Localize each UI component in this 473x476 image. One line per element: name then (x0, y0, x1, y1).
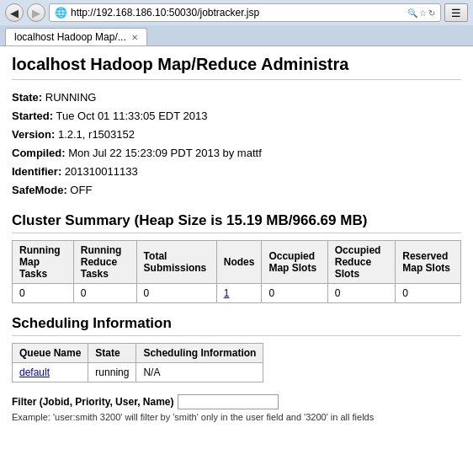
cluster-data-row: 0 0 0 1 0 0 0 (13, 283, 461, 302)
tab-bar: localhost Hadoop Map/... ✕ (0, 25, 473, 45)
safemode-value: OFF (70, 184, 92, 196)
col-occupied-reduce: Occupied Reduce Slots (327, 240, 395, 283)
cell-state: running (88, 362, 136, 382)
started-value: Tue Oct 01 11:33:05 EDT 2013 (56, 110, 208, 122)
col-state: State (88, 343, 136, 362)
page-content: localhost Hadoop Map/Reduce Administra S… (0, 46, 473, 434)
back-icon: ◀ (10, 7, 19, 19)
cell-nodes: 1 (216, 283, 262, 302)
compiled-label: Compiled: (12, 147, 66, 159)
cell-occupied-reduce: 0 (327, 283, 395, 302)
filter-hint: Example: 'user:smith 3200' will filter b… (12, 412, 461, 422)
version-label: Version: (12, 128, 55, 141)
version-row: Version: 1.2.1, r1503152 (12, 126, 461, 144)
scheduling-data-row: default running N/A (13, 362, 263, 382)
address-actions: 🔍 ☆ ↻ (407, 8, 435, 18)
col-reserved-map: Reserved Map Slots (396, 240, 461, 283)
browser-toolbar: ◀ ▶ 🌐 http://192.168.186.10:50030/jobtra… (0, 0, 473, 25)
col-total-submissions: Total Submissions (136, 240, 216, 283)
cell-running-map: 0 (13, 283, 74, 302)
queue-link[interactable]: default (19, 366, 50, 378)
scheduling-header-row: Queue Name State Scheduling Information (13, 343, 263, 362)
page-title: localhost Hadoop Map/Reduce Administra (12, 55, 461, 80)
active-tab[interactable]: localhost Hadoop Map/... ✕ (5, 28, 147, 45)
menu-button[interactable]: ☰ (444, 3, 468, 22)
compiled-value: Mon Jul 22 15:23:09 PDT 2013 by mattf (68, 147, 262, 159)
cell-reserved-map: 0 (396, 283, 461, 302)
tab-close-button[interactable]: ✕ (131, 33, 138, 42)
menu-icon: ☰ (451, 7, 461, 19)
refresh-icon[interactable]: ↻ (428, 8, 435, 18)
cell-queue-name: default (13, 362, 88, 382)
cluster-summary-heading: Cluster Summary (Heap Size is 15.19 MB/9… (12, 212, 461, 233)
cluster-table-header-row: Running Map Tasks Running Reduce Tasks T… (13, 240, 461, 283)
filter-section: Filter (Jobid, Priority, User, Name) Exa… (12, 394, 461, 422)
state-label: State: (12, 91, 42, 104)
scheduling-heading: Scheduling Information (12, 315, 461, 336)
forward-button[interactable]: ▶ (27, 3, 45, 22)
tab-label: localhost Hadoop Map/... (14, 31, 126, 43)
col-queue-name: Queue Name (13, 343, 88, 362)
version-value: 1.2.1, r1503152 (58, 128, 135, 141)
cell-scheduling-info: N/A (136, 362, 263, 382)
search-icon[interactable]: 🔍 (407, 8, 417, 18)
address-text: http://192.168.186.10:50030/jobtracker.j… (71, 7, 404, 19)
col-scheduling-info: Scheduling Information (136, 343, 263, 362)
safemode-label: SafeMode: (12, 184, 67, 196)
filter-row: Filter (Jobid, Priority, User, Name) (12, 394, 461, 409)
forward-icon: ▶ (32, 7, 40, 19)
state-value: RUNNING (45, 91, 97, 104)
address-bar[interactable]: 🌐 http://192.168.186.10:50030/jobtracker… (49, 3, 441, 22)
state-row: State: RUNNING (12, 88, 461, 107)
cluster-summary-table: Running Map Tasks Running Reduce Tasks T… (12, 240, 461, 303)
info-section: State: RUNNING Started: Tue Oct 01 11:33… (12, 88, 461, 201)
scheduling-table: Queue Name State Scheduling Information … (12, 343, 263, 382)
cell-occupied-map: 0 (262, 283, 327, 302)
started-row: Started: Tue Oct 01 11:33:05 EDT 2013 (12, 107, 461, 126)
browser-chrome: ◀ ▶ 🌐 http://192.168.186.10:50030/jobtra… (0, 0, 473, 46)
bookmark-icon[interactable]: ☆ (419, 8, 427, 18)
identifier-row: Identifier: 201310011133 (12, 163, 461, 181)
filter-input[interactable] (178, 394, 279, 409)
col-nodes: Nodes (216, 240, 262, 283)
nodes-link[interactable]: 1 (224, 287, 230, 299)
filter-label: Filter (Jobid, Priority, User, Name) (12, 396, 174, 408)
globe-icon: 🌐 (55, 7, 67, 19)
identifier-label: Identifier: (12, 165, 61, 178)
started-label: Started: (12, 110, 53, 122)
back-button[interactable]: ◀ (5, 3, 24, 22)
compiled-row: Compiled: Mon Jul 22 15:23:09 PDT 2013 b… (12, 144, 461, 163)
col-running-map: Running Map Tasks (13, 240, 74, 283)
cell-running-reduce: 0 (73, 283, 136, 302)
identifier-value: 201310011133 (65, 165, 138, 178)
cell-total-submissions: 0 (136, 283, 216, 302)
safemode-row: SafeMode: OFF (12, 181, 461, 200)
col-occupied-map: Occupied Map Slots (262, 240, 327, 283)
col-running-reduce: Running Reduce Tasks (73, 240, 136, 283)
